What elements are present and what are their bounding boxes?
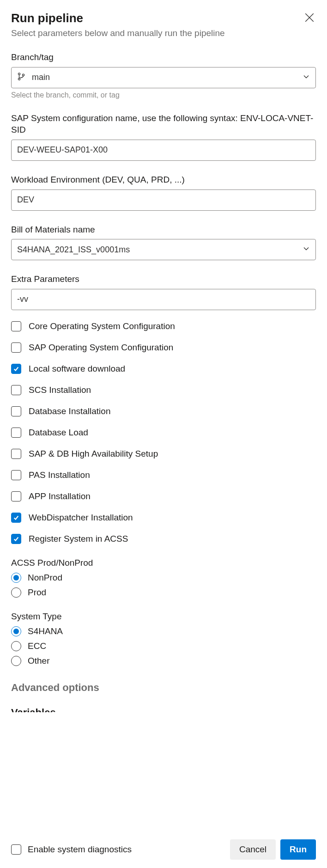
system-type-option-other: Other bbox=[11, 656, 316, 666]
workload-env-input[interactable] bbox=[11, 189, 316, 211]
acss-label-prod: Prod bbox=[28, 587, 46, 598]
register-acss-label: Register System in ACSS bbox=[29, 534, 128, 544]
pas-installation-label: PAS Installation bbox=[29, 470, 90, 480]
database-installation-label: Database Installation bbox=[29, 406, 110, 416]
system-type-radio-other[interactable] bbox=[11, 656, 21, 666]
sap-os-config-label: SAP Operating System Configuration bbox=[29, 342, 173, 353]
system-type-label-other: Other bbox=[28, 656, 50, 666]
system-type-label-ecc: ECC bbox=[28, 641, 46, 651]
bom-select[interactable]: S4HANA_2021_ISS_v0001ms bbox=[11, 239, 316, 260]
system-type-label: System Type bbox=[11, 611, 316, 622]
branch-label: Branch/tag bbox=[11, 51, 316, 63]
variables-header-cutoff: Variables bbox=[11, 707, 316, 712]
system-type-label-s4hana: S4HANA bbox=[28, 626, 63, 636]
bom-field: Bill of Materials name S4HANA_2021_ISS_v… bbox=[11, 224, 316, 261]
register-acss-checkbox[interactable] bbox=[11, 534, 21, 544]
checkbox-row-local-software-download: Local software download bbox=[11, 364, 316, 374]
webdispatcher-installation-checkbox[interactable] bbox=[11, 513, 21, 523]
branch-value: main bbox=[32, 73, 50, 82]
extra-params-label: Extra Parameters bbox=[11, 273, 316, 285]
sap-db-ha-setup-label: SAP & DB High Availability Setup bbox=[29, 449, 158, 459]
chevron-down-icon bbox=[303, 245, 310, 255]
acss-label-nonprod: NonProd bbox=[28, 573, 62, 583]
checkbox-row-register-acss: Register System in ACSS bbox=[11, 534, 316, 544]
system-type-radio-group: S4HANAECCOther bbox=[11, 626, 316, 666]
run-button[interactable]: Run bbox=[280, 839, 316, 860]
sap-os-config-checkbox[interactable] bbox=[11, 342, 21, 353]
scs-installation-label: SCS Installation bbox=[29, 385, 91, 395]
checkbox-row-database-installation: Database Installation bbox=[11, 406, 316, 416]
checkbox-row-core-os-config: Core Operating System Configuration bbox=[11, 321, 316, 331]
svg-point-3 bbox=[18, 78, 20, 80]
core-os-config-label: Core Operating System Configuration bbox=[29, 321, 175, 331]
system-type-radio-ecc[interactable] bbox=[11, 641, 21, 651]
bom-label: Bill of Materials name bbox=[11, 224, 316, 236]
acss-group-label: ACSS Prod/NonProd bbox=[11, 558, 316, 568]
enable-diagnostics-label: Enable system diagnostics bbox=[28, 844, 132, 855]
checkbox-row-sap-os-config: SAP Operating System Configuration bbox=[11, 342, 316, 353]
core-os-config-checkbox[interactable] bbox=[11, 321, 21, 331]
system-type-radio-s4hana[interactable] bbox=[11, 626, 21, 636]
checkbox-row-app-installation: APP Installation bbox=[11, 491, 316, 501]
checkbox-list: Core Operating System ConfigurationSAP O… bbox=[11, 321, 316, 544]
acss-option-nonprod: NonProd bbox=[11, 573, 316, 583]
checkbox-row-webdispatcher-installation: WebDispatcher Installation bbox=[11, 513, 316, 523]
checkbox-row-scs-installation: SCS Installation bbox=[11, 385, 316, 395]
branch-field: Branch/tag main Select the branch, commi… bbox=[11, 51, 316, 99]
acss-option-prod: Prod bbox=[11, 587, 316, 598]
branch-helper: Select the branch, commit, or tag bbox=[11, 91, 316, 99]
close-icon[interactable] bbox=[303, 11, 316, 26]
app-installation-label: APP Installation bbox=[29, 491, 91, 501]
pas-installation-checkbox[interactable] bbox=[11, 470, 21, 480]
app-installation-checkbox[interactable] bbox=[11, 491, 21, 501]
database-load-checkbox[interactable] bbox=[11, 428, 21, 438]
bom-value: S4HANA_2021_ISS_v0001ms bbox=[17, 245, 130, 255]
branch-select[interactable]: main bbox=[11, 67, 316, 88]
acss-radio-group: NonProdProd bbox=[11, 573, 316, 598]
checkbox-row-sap-db-ha-setup: SAP & DB High Availability Setup bbox=[11, 449, 316, 459]
extra-params-field: Extra Parameters bbox=[11, 273, 316, 310]
sap-config-input[interactable] bbox=[11, 140, 316, 161]
panel-subtitle: Select parameters below and manually run… bbox=[11, 28, 225, 38]
panel-footer: Enable system diagnostics Cancel Run bbox=[0, 831, 327, 868]
database-load-label: Database Load bbox=[29, 428, 88, 438]
panel-title: Run pipeline bbox=[11, 11, 225, 25]
checkbox-row-pas-installation: PAS Installation bbox=[11, 470, 316, 480]
system-type-option-ecc: ECC bbox=[11, 641, 316, 651]
acss-radio-nonprod[interactable] bbox=[11, 573, 21, 583]
svg-point-2 bbox=[18, 73, 20, 74]
advanced-options-header[interactable]: Advanced options bbox=[11, 682, 316, 694]
local-software-download-label: Local software download bbox=[29, 364, 125, 374]
system-type-option-s4hana: S4HANA bbox=[11, 626, 316, 636]
sap-db-ha-setup-checkbox[interactable] bbox=[11, 449, 21, 459]
checkbox-row-database-load: Database Load bbox=[11, 428, 316, 438]
database-installation-checkbox[interactable] bbox=[11, 406, 21, 416]
workload-env-label: Workload Environment (DEV, QUA, PRD, ...… bbox=[11, 174, 316, 186]
cancel-button[interactable]: Cancel bbox=[230, 839, 276, 860]
local-software-download-checkbox[interactable] bbox=[11, 364, 21, 374]
panel-header: Run pipeline Select parameters below and… bbox=[11, 11, 316, 38]
enable-diagnostics-checkbox[interactable] bbox=[11, 844, 21, 855]
branch-icon bbox=[17, 72, 25, 83]
webdispatcher-installation-label: WebDispatcher Installation bbox=[29, 513, 133, 523]
run-pipeline-panel: Run pipeline Select parameters below and… bbox=[0, 0, 327, 831]
workload-env-field: Workload Environment (DEV, QUA, PRD, ...… bbox=[11, 174, 316, 211]
extra-params-input[interactable] bbox=[11, 289, 316, 310]
chevron-down-icon bbox=[303, 73, 310, 82]
sap-config-field: SAP System configuration name, use the f… bbox=[11, 112, 316, 161]
sap-config-label: SAP System configuration name, use the f… bbox=[11, 112, 316, 136]
acss-radio-prod[interactable] bbox=[11, 587, 21, 598]
scs-installation-checkbox[interactable] bbox=[11, 385, 21, 395]
svg-point-4 bbox=[22, 74, 24, 76]
